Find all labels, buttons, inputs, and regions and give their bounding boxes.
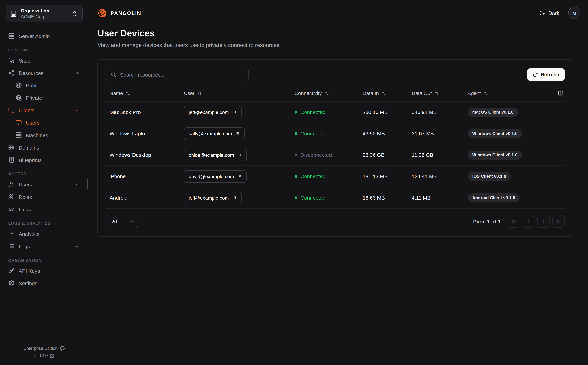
chevrons-up-down-icon [71, 10, 78, 17]
sidebar-item-resources[interactable]: Resources [4, 67, 84, 79]
pager-buttons [507, 215, 565, 228]
sidebar-item-label: Users [19, 182, 71, 187]
resources-subgroup: Public Private [10, 79, 84, 104]
sidebar-item-sites[interactable]: Sites [4, 55, 84, 66]
version-line[interactable]: v1.13.0 [34, 353, 55, 358]
sites-icon [8, 57, 14, 63]
agent-badge: Android Client v0.1.0 [468, 193, 520, 202]
search-input[interactable] [119, 71, 244, 78]
chevron-down-icon [75, 244, 80, 249]
refresh-icon [533, 72, 538, 77]
next-page-button[interactable] [537, 215, 550, 228]
sidebar-item-label: Public [26, 82, 80, 88]
sidebar-item-analytics[interactable]: Analytics [4, 228, 84, 240]
table-row: Windows Desktop chloe@example.com Discon… [106, 144, 565, 166]
sort-icon[interactable] [126, 91, 130, 96]
user-link-button[interactable]: david@example.com [184, 170, 247, 182]
sidebar-section-logs-analytics: LOGS & ANALYTICS [8, 221, 80, 225]
agent-header[interactable]: Agent [468, 91, 488, 96]
column-header-user[interactable]: User [184, 91, 294, 96]
user-link-button[interactable]: sally@example.com [184, 127, 245, 140]
column-label: User [184, 91, 194, 96]
sidebar-item-roles[interactable]: Roles [4, 191, 84, 203]
connectivity-status: Connected [294, 131, 363, 136]
device-name: Windows Lapto [110, 131, 184, 136]
search-box [106, 68, 249, 81]
data-out-value: 4.11 MB [412, 195, 468, 201]
search-icon [111, 72, 116, 77]
user-link-button[interactable]: jeff@example.com [184, 106, 242, 118]
sidebar-item-machines[interactable]: Machines [11, 129, 84, 141]
previous-page-button[interactable] [522, 215, 534, 228]
edition-label: Enterprise Edition [23, 346, 57, 351]
user-email: jeff@example.com [189, 195, 229, 200]
sort-icon[interactable] [197, 91, 202, 96]
status-dot [294, 132, 297, 135]
toggle-columns-button[interactable] [558, 91, 563, 96]
sidebar-scrollbar-thumb[interactable] [87, 179, 88, 189]
topbar: PANGOLIN Dark M [88, 0, 588, 19]
sidebar-item-domains[interactable]: Domains [4, 141, 84, 153]
user-email: chloe@example.com [189, 152, 234, 158]
edition-line[interactable]: Enterprise Edition [23, 346, 65, 351]
user-link-button[interactable]: jeff@example.com [184, 191, 242, 204]
theme-toggle-button[interactable]: Dark [537, 10, 561, 16]
sidebar-item-client-users[interactable]: Users [11, 117, 84, 128]
sidebar-item-public[interactable]: Public [11, 79, 84, 91]
org-text: Organization ACME Corp. [21, 8, 67, 19]
sidebar-item-settings[interactable]: Settings [4, 277, 84, 289]
chevron-down-icon [129, 219, 134, 224]
page-subtitle: View and manage devices that users use t… [98, 42, 588, 48]
page-size-select[interactable]: 20 [106, 215, 138, 228]
chevron-left-icon [526, 219, 531, 224]
table-row: Windows Lapto sally@example.com Connecte… [106, 123, 565, 144]
sort-icon[interactable] [435, 91, 439, 96]
column-header-agent: Agent [468, 91, 563, 96]
brand[interactable]: PANGOLIN [98, 8, 141, 18]
sidebar-item-private[interactable]: Private [11, 92, 84, 104]
top-actions: Dark M [537, 7, 581, 19]
external-link-icon [50, 353, 55, 358]
version-label: v1.13.0 [34, 353, 48, 358]
column-header-connectivity[interactable]: Connectivity [294, 91, 363, 96]
first-page-button[interactable] [507, 215, 519, 228]
connectivity-status: Connected [294, 195, 363, 201]
sidebar-item-blueprints[interactable]: Blueprints [4, 154, 84, 166]
sidebar-item-links[interactable]: Links [4, 204, 84, 215]
main-area: PANGOLIN Dark M User Devices View and ma… [88, 0, 588, 365]
link-icon [8, 206, 14, 212]
sidebar: Organization ACME Corp. Server Admin GEN… [0, 0, 88, 365]
column-header-name[interactable]: Name [110, 91, 184, 96]
sidebar-item-server-admin[interactable]: Server Admin [4, 30, 84, 42]
sidebar-item-logs[interactable]: Logs [4, 240, 84, 252]
column-header-data-in[interactable]: Data In [363, 91, 412, 96]
sidebar-footer: Enterprise Edition v1.13.0 [0, 343, 88, 365]
refresh-label: Refresh [541, 72, 559, 77]
status-dot [294, 196, 297, 199]
sidebar-item-api-keys[interactable]: API Keys [4, 265, 84, 277]
sort-icon[interactable] [382, 91, 386, 96]
column-header-data-out[interactable]: Data Out [412, 91, 468, 96]
building-icon [10, 10, 17, 17]
chevron-up-icon [75, 108, 80, 113]
user-link-button[interactable]: chloe@example.com [184, 149, 247, 161]
avatar[interactable]: M [568, 7, 581, 19]
org-selector[interactable]: Organization ACME Corp. [6, 5, 83, 22]
sidebar-item-label: Resources [19, 70, 71, 76]
user-email: sally@example.com [189, 131, 232, 136]
last-page-button[interactable] [552, 215, 565, 228]
sidebar-section-organization: ORGANIZATION [8, 258, 80, 262]
arrow-up-right-icon [237, 174, 242, 179]
sidebar-item-users[interactable]: Users [4, 179, 84, 190]
chevrons-left-icon [510, 219, 516, 224]
sidebar-section-access: ACCESS [8, 172, 80, 176]
users-icon [8, 194, 14, 200]
sort-icon[interactable] [484, 91, 488, 96]
table-row: MacBook Pro jeff@example.com Connected 2… [106, 102, 565, 123]
agent-badge: Windows Client v0.1.0 [468, 129, 522, 138]
list-icon [8, 243, 14, 249]
refresh-button[interactable]: Refresh [527, 68, 565, 81]
sort-icon[interactable] [325, 91, 329, 96]
chevrons-right-icon [556, 219, 561, 224]
sidebar-item-clients[interactable]: Clients [4, 104, 84, 116]
